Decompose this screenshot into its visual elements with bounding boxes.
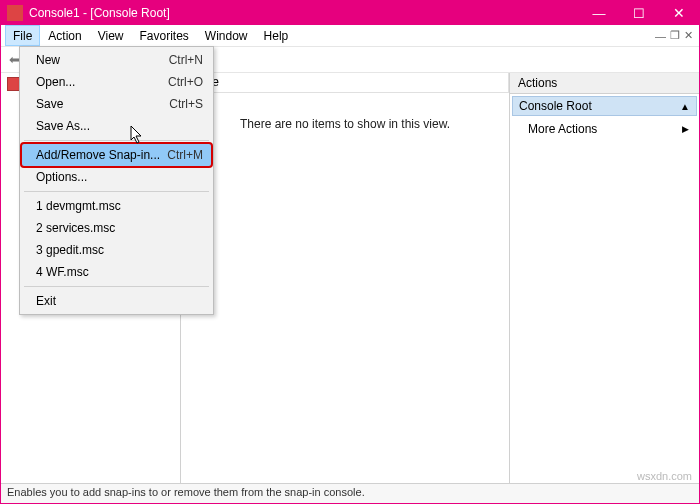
column-name[interactable]: Name bbox=[181, 73, 509, 92]
menubar: File Action View Favorites Window Help —… bbox=[1, 25, 699, 47]
menu-item-save[interactable]: Save Ctrl+S bbox=[22, 93, 211, 115]
menu-item-add-remove-snapin[interactable]: Add/Remove Snap-in... Ctrl+M bbox=[22, 144, 211, 166]
menu-favorites[interactable]: Favorites bbox=[132, 25, 197, 46]
close-button[interactable]: ✕ bbox=[659, 1, 699, 25]
menu-window[interactable]: Window bbox=[197, 25, 256, 46]
menu-item-recent-4[interactable]: 4 WF.msc bbox=[22, 261, 211, 283]
chevron-right-icon: ▶ bbox=[682, 124, 689, 134]
collapse-icon[interactable]: ▲ bbox=[680, 101, 690, 112]
actions-more-actions[interactable]: More Actions ▶ bbox=[510, 118, 699, 140]
menu-item-exit[interactable]: Exit bbox=[22, 290, 211, 312]
actions-pane: Actions Console Root ▲ More Actions ▶ bbox=[509, 73, 699, 483]
menu-item-recent-1[interactable]: 1 devmgmt.msc bbox=[22, 195, 211, 217]
actions-header: Actions bbox=[510, 73, 699, 94]
mdi-minimize-icon[interactable]: — bbox=[655, 30, 666, 42]
status-bar: Enables you to add snap-ins to or remove… bbox=[1, 483, 699, 503]
menu-separator bbox=[24, 140, 209, 141]
menu-help[interactable]: Help bbox=[256, 25, 297, 46]
menu-file[interactable]: File bbox=[5, 25, 40, 46]
menu-separator bbox=[24, 286, 209, 287]
menu-item-options[interactable]: Options... bbox=[22, 166, 211, 188]
menu-action[interactable]: Action bbox=[40, 25, 89, 46]
menu-item-open[interactable]: Open... Ctrl+O bbox=[22, 71, 211, 93]
menu-item-recent-3[interactable]: 3 gpedit.msc bbox=[22, 239, 211, 261]
actions-group-console-root[interactable]: Console Root ▲ bbox=[512, 96, 697, 116]
app-icon bbox=[7, 5, 23, 21]
actions-more-label: More Actions bbox=[528, 122, 597, 136]
column-headers[interactable]: Name bbox=[181, 73, 509, 93]
empty-message: There are no items to show in this view. bbox=[181, 93, 509, 483]
file-menu-dropdown: New Ctrl+N Open... Ctrl+O Save Ctrl+S Sa… bbox=[19, 46, 214, 315]
watermark: wsxdn.com bbox=[637, 470, 692, 482]
minimize-button[interactable]: — bbox=[579, 1, 619, 25]
mdi-restore-icon[interactable]: ❐ bbox=[670, 29, 680, 42]
mdi-close-icon[interactable]: ✕ bbox=[684, 29, 693, 42]
maximize-button[interactable]: ☐ bbox=[619, 1, 659, 25]
app-window: Console1 - [Console Root] — ☐ ✕ File Act… bbox=[0, 0, 700, 504]
titlebar[interactable]: Console1 - [Console Root] — ☐ ✕ bbox=[1, 1, 699, 25]
actions-group-label: Console Root bbox=[519, 99, 592, 113]
menu-view[interactable]: View bbox=[90, 25, 132, 46]
results-pane: Name There are no items to show in this … bbox=[181, 73, 509, 483]
menu-item-new[interactable]: New Ctrl+N bbox=[22, 49, 211, 71]
menu-item-recent-2[interactable]: 2 services.msc bbox=[22, 217, 211, 239]
menu-separator bbox=[24, 191, 209, 192]
window-title: Console1 - [Console Root] bbox=[29, 6, 579, 20]
menu-item-save-as[interactable]: Save As... bbox=[22, 115, 211, 137]
